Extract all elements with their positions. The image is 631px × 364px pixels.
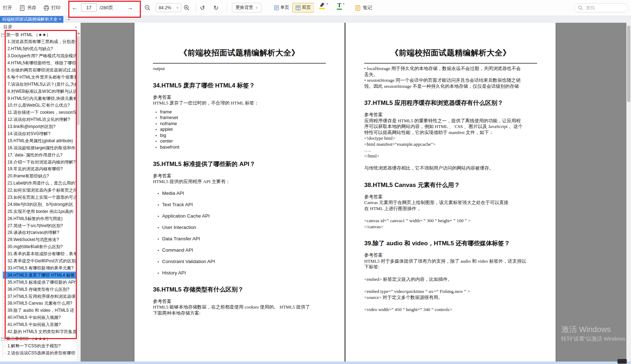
tree-stub xyxy=(4,77,6,77)
toc-item-label: 21.Label的作用是什么，是怎么用的? xyxy=(7,180,76,186)
toc-item[interactable]: 26.HTML5标签的作用?(用途) xyxy=(3,215,76,222)
toc-item[interactable]: 27.简述一下src与href的区别? xyxy=(3,222,76,229)
toc-item[interactable]: 9.HTML5行内元素有哪些,块级元素有 xyxy=(3,95,76,102)
tab-close-icon[interactable]: × xyxy=(59,17,61,22)
toc-item[interactable]: 2.HTML5的优点与缺点? xyxy=(3,46,76,53)
highlighter-tool-button[interactable]: ▾ xyxy=(318,2,328,9)
redo-button[interactable]: ↻ xyxy=(213,0,218,16)
toc-item[interactable]: 8.对WEB标准以及W3C的理解与认识 xyxy=(3,88,76,95)
toc-item[interactable]: 41.HTML5 中如何嵌入音频? xyxy=(3,321,76,328)
toc-item[interactable]: 7.说说你对HTML5认识？(是什么,为什 xyxy=(3,81,76,88)
toc-item[interactable]: 42.新的 HTML5 文档类型和字符集是 xyxy=(3,328,76,336)
toc-item[interactable]: 3.Doctype作用? 严格模式与混杂模式 xyxy=(3,53,76,60)
bullet-item: Media API xyxy=(158,191,326,196)
toc-item[interactable]: 24.title与h3的区别、b与strong的区 xyxy=(3,201,76,208)
toc-item[interactable]: 16.说说超链接target属性的取值和作 xyxy=(3,144,76,151)
toc-item[interactable]: 29.WebSocket与消息推送? xyxy=(3,236,76,243)
chevron-down-icon[interactable]: ▾ xyxy=(327,2,328,5)
toc-chapter-items: 1.浏览器页面有哪三层构成，分别是什2.HTML5的优点与缺点?3.Doctyp… xyxy=(2,38,76,335)
search-input[interactable] xyxy=(585,5,622,11)
prev-page-button[interactable]: ← xyxy=(72,0,78,16)
toc-item-label: 22.如何实现浏览器内多个标签页之间 xyxy=(7,187,76,193)
toc-item[interactable]: 31.表单的基本组成部分有哪些，表单 xyxy=(3,251,76,258)
toc-item[interactable]: 1.浏览器页面有哪三层构成，分别是什 xyxy=(3,38,76,46)
tree-collapse-icon[interactable] xyxy=(1,33,5,37)
toc-item[interactable]: 34.HTML5 废弃了哪些 HTML4 标签 xyxy=(3,272,76,279)
search-box[interactable] xyxy=(574,3,628,12)
notes-button[interactable]: 笔记 xyxy=(355,0,372,16)
toc-item[interactable]: 20.iframe有那些缺点? xyxy=(3,173,76,180)
toc-item[interactable]: 25.实现不使用 border 画出1px高的 xyxy=(3,208,76,215)
toc-item[interactable]: 30.mg的title和alt有什么区别? xyxy=(3,243,76,251)
toc-item[interactable]: 6.每个HTML文件里开头都有个很重要 xyxy=(3,74,76,81)
document-scroll-thumb[interactable] xyxy=(627,26,630,102)
double-page-icon xyxy=(296,5,301,10)
toc-item[interactable]: 5.你做的网页在哪些浏览器测试过,这 xyxy=(3,67,76,74)
text-line: 下标签: xyxy=(364,264,537,270)
toc-item[interactable]: 38.HTML5 Canvas 元素有什么用? xyxy=(3,300,76,307)
toc-item[interactable]: 23.如何在页面上实现一个圆形的可点 xyxy=(3,194,76,201)
toc-item[interactable]: 39.除了 audio 和 video，HTML5 还 xyxy=(3,307,76,314)
zoom-level-select[interactable]: 84.2% ∨ xyxy=(156,3,181,12)
toc-item[interactable]: 13.link和@import的区别? xyxy=(3,123,76,130)
toc-item[interactable]: 14.说说你对SVG理解? xyxy=(3,130,76,138)
toc-item[interactable]: 36.HTML5 存储类型有什么区别? xyxy=(3,286,76,293)
toolbar: 打开 另存 打印 ← /280页 → 84.2% ∨ ↺ ↻ 更换背景 ∨ 单页 xyxy=(0,0,631,16)
toc-item[interactable]: 4.HTML5有哪些新特性、移除了哪些 xyxy=(3,60,76,67)
toc-item[interactable]: 21.Label的作用是什么，是怎么用的? xyxy=(3,180,76,187)
bullet-item: big xyxy=(155,133,326,139)
bullet-item: User Interaction xyxy=(158,225,326,230)
scroll-up-arrow-icon[interactable] xyxy=(77,32,80,34)
sidebar-scroll-thumb[interactable] xyxy=(77,36,80,125)
single-page-button[interactable]: 单页 xyxy=(271,3,292,12)
toc-item[interactable]: 22.如何实现浏览器内多个标签页之间 xyxy=(3,187,76,194)
toc-item[interactable]: 19.常见的浏览器内核有哪些? xyxy=(3,166,76,173)
text-line: <video width=” 450 ” height=” 340 ” cont… xyxy=(364,307,537,313)
toc-item[interactable]: 12.说说你对HTML语义化的理解? xyxy=(3,116,76,123)
windows-taskbar-strip[interactable] xyxy=(0,362,631,364)
toc-close-icon[interactable]: × xyxy=(74,25,77,30)
toc-item-label: 26.HTML5标签的作用?(用途) xyxy=(7,216,63,222)
toc-item[interactable]: 17.`data-`属性的作用是什么? xyxy=(3,151,76,159)
toc-item[interactable]: 15.HTML全局属性(global attribute) xyxy=(3,137,76,144)
toc-item[interactable]: 11.请你描述一下 cookies，sessionS xyxy=(3,109,76,116)
page-number-input[interactable] xyxy=(81,3,97,12)
toc-item-label: 36.HTML5 存储类型有什么区别? xyxy=(7,287,69,293)
open-button[interactable]: 打开 xyxy=(3,0,12,16)
notes-label: 笔记 xyxy=(363,5,372,11)
toc-item[interactable]: 1.解释一下CSS的盒子模型? xyxy=(3,342,76,349)
chevron-down-icon[interactable]: ▾ xyxy=(343,2,345,5)
text-tool-button[interactable]: T ▾ xyxy=(336,2,345,10)
zoom-out-button[interactable] xyxy=(144,0,151,16)
paragraph: • localStorage 用于持久化的本地存储，数据永远不会过期，关闭浏览器… xyxy=(364,66,537,89)
toc-header-label: 目录 xyxy=(3,24,12,30)
toc-item[interactable]: 35.HTML5 标准提供了哪些新的 API? xyxy=(3,279,76,286)
tree-stub xyxy=(4,70,6,70)
toc-item[interactable]: 32.表单提交中Get和Post方式的区别 xyxy=(3,258,76,265)
sidebar-scrollbar[interactable] xyxy=(76,31,80,362)
print-button[interactable]: 打印 xyxy=(43,0,60,16)
tray-icon[interactable] xyxy=(617,359,627,364)
change-background-button[interactable]: 更换背景 ∨ xyxy=(232,3,261,12)
tab-bar: 前端校招面试题精编解析大全无 × ＋ xyxy=(0,16,631,23)
toc-item[interactable]: 2.请你说说CSS选择器的类型有哪些， xyxy=(3,349,76,357)
toc-item[interactable]: 28.谈谈你对canvas的理解? xyxy=(3,229,76,236)
tree-collapse-icon[interactable] xyxy=(1,337,5,341)
zoom-in-button[interactable] xyxy=(184,0,190,16)
undo-button[interactable]: ↺ xyxy=(200,0,205,16)
document-scrollbar[interactable] xyxy=(626,23,631,362)
watermark-line2: 转到“设置”以激活 Windows xyxy=(561,336,625,342)
double-page-button[interactable]: 双页 xyxy=(292,3,314,12)
toc-item[interactable]: 10.什么是WebGL,它有什么优点? xyxy=(3,102,76,109)
toc-chapter-row[interactable]: 第一章 HTML （★★） xyxy=(0,31,76,38)
paragraph: <embed type=” video/quicktime ” src=” Fi… xyxy=(364,289,537,300)
toc-chapter-row[interactable]: 第二章CSS （★★★） xyxy=(0,335,76,342)
toc-item[interactable]: 33.HTML5 有哪些新增的表单元素? xyxy=(3,265,76,272)
document-tab[interactable]: 前端校招面试题精编解析大全无 × xyxy=(0,16,63,23)
save-as-button[interactable]: 另存 xyxy=(19,0,36,16)
toc-item[interactable]: 18.介绍一下你对浏览器内核的理解? xyxy=(3,159,76,166)
toc-item[interactable]: 40.HTML5 中如何嵌入视频? xyxy=(3,314,76,321)
new-tab-button[interactable]: ＋ xyxy=(66,16,71,23)
next-page-button[interactable]: → xyxy=(127,0,133,16)
toc-item[interactable]: 37.HTML5 应用程序缓存和浏览器缓 xyxy=(3,293,76,300)
